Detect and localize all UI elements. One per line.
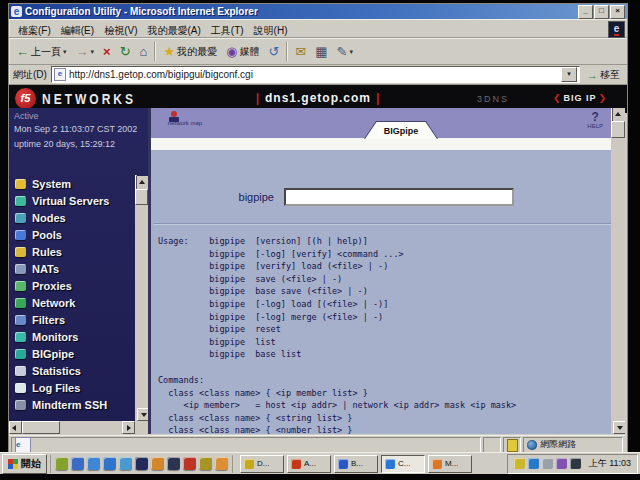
navigation-sidebar: Active Mon Sep 2 11:03:07 CST 2002 uptim…: [9, 108, 148, 434]
forward-button[interactable]: → ▾: [72, 40, 99, 63]
address-dropdown-icon[interactable]: ▾: [561, 67, 577, 82]
sidebar-item-virtual-servers[interactable]: Virtual Servers: [15, 193, 134, 209]
network-map-button[interactable]: network map: [165, 111, 205, 129]
sidebar-item-nats[interactable]: NATs: [15, 261, 134, 277]
sidebar-item-proxies[interactable]: Proxies: [15, 278, 134, 294]
menu-item-f[interactable]: 檔案(F): [13, 24, 56, 37]
start-button[interactable]: 開始: [2, 454, 47, 474]
task-window-label: A...: [304, 459, 316, 468]
mail-button[interactable]: ✉: [291, 40, 310, 63]
bigpipe-tab[interactable]: BIGpipe: [364, 121, 438, 139]
taskbar-button-m[interactable]: M...: [428, 455, 472, 473]
title-bar[interactable]: e Configuration Utility - Microsoft Inte…: [9, 4, 627, 19]
tray-antivirus-icon[interactable]: [556, 458, 567, 469]
taskbar-button-d[interactable]: D...: [240, 455, 284, 473]
menu-item-t[interactable]: 工具(T): [206, 24, 249, 37]
scrollbar-thumb[interactable]: [22, 421, 60, 434]
tray-network-icon[interactable]: [542, 458, 553, 469]
windows-taskbar: 開始 D...A...B...C...M... 上午 11:03: [0, 452, 640, 474]
menu-item-a[interactable]: 我的最愛(A): [142, 24, 205, 37]
menu-item-h[interactable]: 說明(H): [249, 24, 293, 37]
scroll-down-button[interactable]: [137, 408, 148, 421]
bigip-mark-left: ❮: [551, 93, 564, 103]
tray-volume-icon[interactable]: [514, 458, 525, 469]
sidebar-horizontal-scrollbar[interactable]: [9, 421, 135, 434]
task-window-label: D...: [257, 459, 269, 468]
sidebar-item-label: Rules: [32, 246, 62, 258]
sidebar-item-statistics[interactable]: Statistics: [15, 363, 134, 379]
status-message-panel: e: [11, 437, 481, 453]
address-input[interactable]: [69, 69, 558, 80]
favorites-button[interactable]: ★ 我的最愛: [159, 40, 221, 63]
quicklaunch-player-icon[interactable]: [167, 457, 180, 470]
sidebar-vertical-scrollbar[interactable]: [135, 176, 148, 421]
system-icon: [15, 179, 26, 189]
quicklaunch-winamp-icon[interactable]: [215, 457, 228, 470]
scroll-down-button[interactable]: [613, 421, 625, 434]
sidebar-item-log-files[interactable]: Log Files: [15, 380, 134, 396]
sidebar-item-filters[interactable]: Filters: [15, 312, 134, 328]
sidebar-item-label: Log Files: [32, 382, 80, 394]
bigpipe-command-input[interactable]: [284, 188, 514, 206]
refresh-button[interactable]: ↻: [116, 40, 135, 63]
content-divider: [154, 223, 625, 225]
print-button[interactable]: ▦: [311, 40, 331, 63]
help-button[interactable]: ? HELP: [587, 111, 603, 129]
quicklaunch-search-icon[interactable]: [119, 457, 132, 470]
quicklaunch-console-icon[interactable]: [135, 457, 148, 470]
scrollbar-thumb[interactable]: [611, 121, 625, 138]
scroll-left-button[interactable]: [9, 421, 22, 434]
media-button[interactable]: ◉ 媒體: [222, 40, 263, 63]
sidebar-item-nodes[interactable]: Nodes: [15, 210, 134, 226]
help-label: HELP: [587, 123, 603, 129]
stop-button[interactable]: ×: [99, 40, 115, 63]
back-button[interactable]: ← 上一頁 ▾: [12, 40, 71, 63]
close-button[interactable]: ×: [610, 5, 625, 19]
taskbar-button-b[interactable]: B...: [334, 455, 378, 473]
stop-icon: ×: [103, 45, 111, 59]
quicklaunch-mail-icon[interactable]: [151, 457, 164, 470]
forward-dropdown-icon[interactable]: ▾: [91, 48, 95, 56]
edit-button[interactable]: ✎ ▾: [333, 40, 357, 63]
go-button[interactable]: → 移至: [584, 68, 623, 82]
quicklaunch-desktop-icon[interactable]: [55, 457, 68, 470]
task-window-icon: [432, 459, 442, 469]
sidebar-item-monitors[interactable]: Monitors: [15, 329, 134, 345]
bigip-label: ❮BIG IP❯: [551, 93, 609, 103]
taskbar-button-c[interactable]: C...: [381, 455, 425, 473]
sidebar-item-mindterm-ssh[interactable]: Mindterm SSH: [15, 397, 134, 413]
content-vertical-scrollbar[interactable]: [611, 108, 625, 434]
scroll-right-button[interactable]: [122, 421, 135, 434]
quicklaunch-outlook-icon[interactable]: [87, 457, 100, 470]
tray-cube-icon[interactable]: [570, 458, 581, 469]
sidebar-item-bigpipe[interactable]: BIGpipe: [15, 346, 134, 362]
home-button[interactable]: ⌂: [136, 40, 152, 63]
back-dropdown-icon[interactable]: ▾: [63, 48, 67, 56]
sidebar-item-system[interactable]: System: [15, 176, 134, 192]
address-bar: 網址(D) e ▾ → 移至: [9, 65, 627, 85]
minimize-button[interactable]: _: [578, 5, 593, 19]
task-window-icon: [385, 459, 395, 469]
sidebar-item-label: System: [32, 178, 71, 190]
maximize-button[interactable]: □: [594, 5, 609, 19]
quicklaunch-realplayer-icon[interactable]: [183, 457, 196, 470]
sidebar-item-pools[interactable]: Pools: [15, 227, 134, 243]
scrollbar-thumb[interactable]: [135, 189, 148, 205]
edit-dropdown-icon[interactable]: ▾: [349, 48, 353, 56]
menu-item-v[interactable]: 檢視(V): [99, 24, 142, 37]
sidebar-item-network[interactable]: Network: [15, 295, 134, 311]
menu-item-e[interactable]: 編輯(E): [56, 24, 99, 37]
sidebar-item-rules[interactable]: Rules: [15, 244, 134, 260]
3dns-label: 3DNS: [477, 94, 509, 104]
quicklaunch-tools-icon[interactable]: [199, 457, 212, 470]
taskbar-button-a[interactable]: A...: [287, 455, 331, 473]
quicklaunch-ie-icon[interactable]: [71, 457, 84, 470]
history-button[interactable]: ↺: [264, 40, 283, 63]
windows-logo-icon: [8, 459, 18, 469]
document-icon: e: [15, 437, 31, 453]
sidebar-item-label: Mindterm SSH: [32, 399, 107, 411]
tray-display-icon[interactable]: [528, 458, 539, 469]
quicklaunch-browser-icon[interactable]: [103, 457, 116, 470]
taskbar-clock[interactable]: 上午 11:03: [589, 457, 631, 470]
back-label: 上一頁: [31, 45, 61, 59]
